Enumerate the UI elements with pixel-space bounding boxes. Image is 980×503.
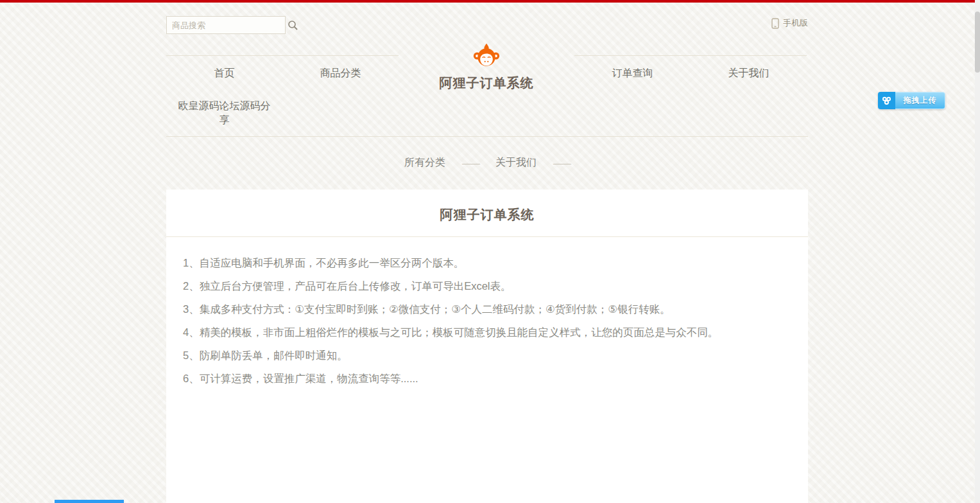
main-container: 手机版 首页 商品分类 (166, 0, 808, 503)
feature-item: 4、精美的模板，非市面上粗俗烂作的模板与之可比；模板可随意切换且能自定义样式，让… (183, 321, 791, 344)
nav-item-categories[interactable]: 商品分类 (282, 55, 399, 94)
content-card-body: 1、自适应电脑和手机界面，不必再多此一举区分两个版本。 2、独立后台方便管理，产… (166, 237, 808, 404)
current-category[interactable]: 关于我们 (495, 156, 537, 170)
search-button[interactable] (288, 17, 298, 33)
monkey-logo-icon (472, 42, 501, 71)
search-icon (288, 20, 298, 31)
site-title: 阿狸子订单系统 (413, 75, 560, 92)
nav-item-forum[interactable]: 欧皇源码论坛源码分享 (166, 94, 282, 136)
netdisk-upload-label: 拖拽上传 (895, 92, 945, 109)
breadcrumb: 所有分类 —— 关于我们 —— (166, 156, 808, 170)
mobile-version-link[interactable]: 手机版 (771, 17, 808, 29)
page-title: 阿狸子订单系统 (166, 206, 808, 224)
mobile-version-label: 手机版 (783, 17, 808, 29)
content-card: 阿狸子订单系统 1、自适应电脑和手机界面，不必再多此一举区分两个版本。 2、独立… (166, 190, 808, 503)
vertical-scrollbar[interactable] (975, 0, 980, 503)
content-card-header: 阿狸子订单系统 (166, 190, 808, 237)
nav-item-home[interactable]: 首页 (166, 55, 282, 94)
nav-item-about[interactable]: 关于我们 (691, 55, 807, 94)
top-accent-line (0, 0, 980, 3)
phone-icon (771, 18, 779, 29)
bottom-accent-line (55, 500, 124, 503)
page-background: 手机版 首页 商品分类 (0, 0, 980, 503)
main-nav: 首页 商品分类 (166, 55, 808, 137)
feature-item: 6、可计算运费，设置推广渠道，物流查询等等...... (183, 367, 791, 390)
search-box (166, 16, 286, 34)
search-input[interactable] (167, 21, 288, 30)
feature-list: 1、自适应电脑和手机界面，不必再多此一举区分两个版本。 2、独立后台方便管理，产… (183, 251, 791, 390)
dash-right: —— (553, 157, 570, 168)
feature-item: 2、独立后台方便管理，产品可在后台上传修改，订单可导出Excel表。 (183, 274, 791, 297)
nav-item-order-query[interactable]: 订单查询 (574, 55, 691, 94)
netdisk-icon (878, 92, 895, 109)
feature-item: 5、防刷单防丢单，邮件即时通知。 (183, 344, 791, 367)
netdisk-upload-widget[interactable]: 拖拽上传 (878, 92, 945, 109)
nav-logo-cell: 阿狸子订单系统 (399, 55, 574, 94)
feature-item: 1、自适应电脑和手机界面，不必再多此一举区分两个版本。 (183, 251, 791, 274)
site-logo[interactable]: 阿狸子订单系统 (413, 42, 560, 92)
dash-left: —— (462, 157, 479, 168)
scrollbar-thumb[interactable] (975, 12, 980, 73)
feature-item: 3、集成多种支付方式：①支付宝即时到账；②微信支付；③个人二维码付款；④货到付款… (183, 297, 791, 321)
all-categories-link[interactable]: 所有分类 (404, 156, 445, 170)
